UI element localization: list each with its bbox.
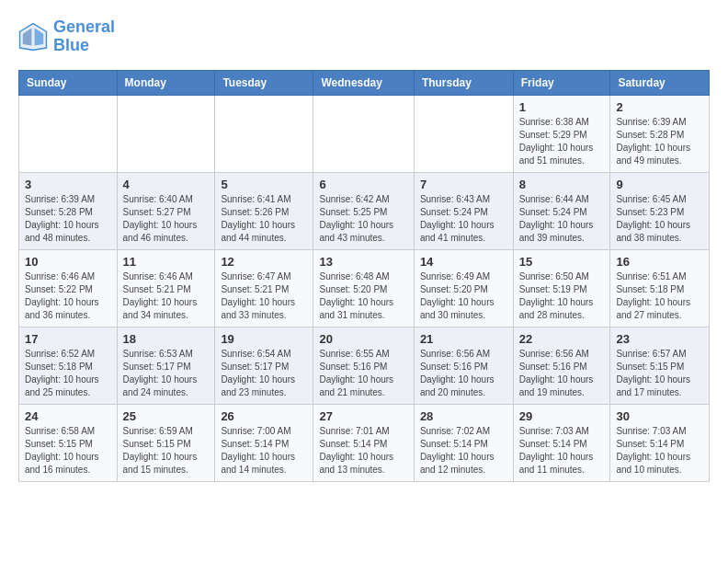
day-info: Sunrise: 6:46 AM Sunset: 5:21 PM Dayligh…: [123, 270, 210, 322]
week-row-3: 10Sunrise: 6:46 AM Sunset: 5:22 PM Dayli…: [19, 249, 710, 327]
day-cell: 30Sunrise: 7:03 AM Sunset: 5:14 PM Dayli…: [610, 404, 710, 481]
day-cell: 14Sunrise: 6:49 AM Sunset: 5:20 PM Dayli…: [414, 249, 513, 327]
weekday-tuesday: Tuesday: [215, 70, 313, 95]
calendar-header: SundayMondayTuesdayWednesdayThursdayFrid…: [19, 70, 710, 95]
day-info: Sunrise: 6:48 AM Sunset: 5:20 PM Dayligh…: [319, 270, 407, 322]
day-info: Sunrise: 6:49 AM Sunset: 5:20 PM Dayligh…: [420, 270, 507, 322]
week-row-1: 1Sunrise: 6:38 AM Sunset: 5:29 PM Daylig…: [19, 95, 710, 172]
day-cell: 11Sunrise: 6:46 AM Sunset: 5:21 PM Dayli…: [117, 249, 215, 327]
day-number: 29: [519, 409, 605, 423]
day-cell: 29Sunrise: 7:03 AM Sunset: 5:14 PM Dayli…: [513, 404, 610, 481]
day-info: Sunrise: 7:03 AM Sunset: 5:14 PM Dayligh…: [616, 425, 703, 477]
day-cell: 27Sunrise: 7:01 AM Sunset: 5:14 PM Dayli…: [313, 404, 414, 481]
day-cell: 8Sunrise: 6:44 AM Sunset: 5:24 PM Daylig…: [513, 172, 610, 249]
day-cell: 4Sunrise: 6:40 AM Sunset: 5:27 PM Daylig…: [117, 172, 215, 249]
day-number: 26: [221, 409, 307, 423]
logo-text: General Blue: [53, 18, 115, 55]
day-info: Sunrise: 6:56 AM Sunset: 5:16 PM Dayligh…: [420, 348, 507, 399]
day-info: Sunrise: 6:54 AM Sunset: 5:17 PM Dayligh…: [221, 348, 307, 399]
day-cell: [414, 95, 513, 172]
day-info: Sunrise: 6:53 AM Sunset: 5:17 PM Dayligh…: [123, 348, 210, 399]
day-info: Sunrise: 6:46 AM Sunset: 5:22 PM Dayligh…: [25, 270, 111, 322]
day-cell: 18Sunrise: 6:53 AM Sunset: 5:17 PM Dayli…: [117, 327, 215, 404]
day-number: 9: [616, 178, 703, 191]
day-number: 5: [221, 178, 307, 191]
day-info: Sunrise: 6:47 AM Sunset: 5:21 PM Dayligh…: [221, 270, 307, 322]
day-cell: [313, 95, 414, 172]
day-cell: 5Sunrise: 6:41 AM Sunset: 5:26 PM Daylig…: [215, 172, 313, 249]
day-cell: 1Sunrise: 6:38 AM Sunset: 5:29 PM Daylig…: [513, 95, 610, 172]
week-row-2: 3Sunrise: 6:39 AM Sunset: 5:28 PM Daylig…: [19, 172, 710, 249]
day-cell: 17Sunrise: 6:52 AM Sunset: 5:18 PM Dayli…: [19, 327, 118, 404]
day-number: 23: [616, 332, 703, 346]
day-number: 10: [25, 255, 111, 269]
day-info: Sunrise: 6:59 AM Sunset: 5:15 PM Dayligh…: [123, 425, 210, 477]
day-info: Sunrise: 6:42 AM Sunset: 5:25 PM Dayligh…: [319, 193, 407, 245]
day-number: 24: [25, 409, 111, 423]
page: General Blue SundayMondayTuesdayWednesda…: [0, 0, 728, 500]
day-info: Sunrise: 6:50 AM Sunset: 5:19 PM Dayligh…: [519, 270, 605, 322]
header: General Blue: [18, 18, 710, 55]
day-info: Sunrise: 6:43 AM Sunset: 5:24 PM Dayligh…: [420, 193, 507, 245]
day-info: Sunrise: 6:56 AM Sunset: 5:16 PM Dayligh…: [519, 348, 605, 399]
day-info: Sunrise: 6:39 AM Sunset: 5:28 PM Dayligh…: [25, 193, 111, 245]
day-number: 6: [319, 178, 407, 191]
day-info: Sunrise: 6:55 AM Sunset: 5:16 PM Dayligh…: [319, 348, 407, 399]
day-cell: 26Sunrise: 7:00 AM Sunset: 5:14 PM Dayli…: [215, 404, 313, 481]
day-cell: 19Sunrise: 6:54 AM Sunset: 5:17 PM Dayli…: [215, 327, 313, 404]
day-number: 20: [319, 332, 407, 346]
day-cell: 12Sunrise: 6:47 AM Sunset: 5:21 PM Dayli…: [215, 249, 313, 327]
day-cell: 24Sunrise: 6:58 AM Sunset: 5:15 PM Dayli…: [19, 404, 118, 481]
day-number: 27: [319, 409, 407, 423]
day-number: 7: [420, 178, 507, 191]
day-number: 12: [221, 255, 307, 269]
week-row-5: 24Sunrise: 6:58 AM Sunset: 5:15 PM Dayli…: [19, 404, 710, 481]
day-info: Sunrise: 7:03 AM Sunset: 5:14 PM Dayligh…: [519, 425, 605, 477]
day-info: Sunrise: 6:57 AM Sunset: 5:15 PM Dayligh…: [616, 348, 703, 399]
day-info: Sunrise: 6:41 AM Sunset: 5:26 PM Dayligh…: [221, 193, 307, 245]
day-number: 1: [519, 100, 605, 114]
weekday-sunday: Sunday: [19, 70, 118, 95]
weekday-wednesday: Wednesday: [313, 70, 414, 95]
day-cell: 7Sunrise: 6:43 AM Sunset: 5:24 PM Daylig…: [414, 172, 513, 249]
day-number: 3: [25, 178, 111, 191]
day-number: 18: [123, 332, 210, 346]
day-number: 2: [616, 100, 703, 114]
day-cell: 13Sunrise: 6:48 AM Sunset: 5:20 PM Dayli…: [313, 249, 414, 327]
day-number: 22: [519, 332, 605, 346]
day-number: 15: [519, 255, 605, 269]
logo-icon: [18, 22, 48, 52]
weekday-monday: Monday: [117, 70, 215, 95]
day-number: 8: [519, 178, 605, 191]
logo: General Blue: [18, 18, 115, 55]
day-number: 28: [420, 409, 507, 423]
day-cell: [215, 95, 313, 172]
weekday-thursday: Thursday: [414, 70, 513, 95]
day-cell: 21Sunrise: 6:56 AM Sunset: 5:16 PM Dayli…: [414, 327, 513, 404]
day-info: Sunrise: 6:38 AM Sunset: 5:29 PM Dayligh…: [519, 116, 605, 167]
day-number: 14: [420, 255, 507, 269]
day-number: 19: [221, 332, 307, 346]
day-info: Sunrise: 6:45 AM Sunset: 5:23 PM Dayligh…: [616, 193, 703, 245]
day-cell: 10Sunrise: 6:46 AM Sunset: 5:22 PM Dayli…: [19, 249, 118, 327]
day-info: Sunrise: 7:01 AM Sunset: 5:14 PM Dayligh…: [319, 425, 407, 477]
day-cell: 9Sunrise: 6:45 AM Sunset: 5:23 PM Daylig…: [610, 172, 710, 249]
day-number: 30: [616, 409, 703, 423]
day-cell: 6Sunrise: 6:42 AM Sunset: 5:25 PM Daylig…: [313, 172, 414, 249]
day-info: Sunrise: 7:00 AM Sunset: 5:14 PM Dayligh…: [221, 425, 307, 477]
weekday-header-row: SundayMondayTuesdayWednesdayThursdayFrid…: [19, 70, 710, 95]
day-number: 4: [123, 178, 210, 191]
day-info: Sunrise: 6:58 AM Sunset: 5:15 PM Dayligh…: [25, 425, 111, 477]
day-number: 11: [123, 255, 210, 269]
day-number: 13: [319, 255, 407, 269]
day-cell: 22Sunrise: 6:56 AM Sunset: 5:16 PM Dayli…: [513, 327, 610, 404]
day-number: 16: [616, 255, 703, 269]
day-cell: 25Sunrise: 6:59 AM Sunset: 5:15 PM Dayli…: [117, 404, 215, 481]
day-cell: 15Sunrise: 6:50 AM Sunset: 5:19 PM Dayli…: [513, 249, 610, 327]
day-cell: 3Sunrise: 6:39 AM Sunset: 5:28 PM Daylig…: [19, 172, 118, 249]
day-cell: 2Sunrise: 6:39 AM Sunset: 5:28 PM Daylig…: [610, 95, 710, 172]
day-info: Sunrise: 6:51 AM Sunset: 5:18 PM Dayligh…: [616, 270, 703, 322]
week-row-4: 17Sunrise: 6:52 AM Sunset: 5:18 PM Dayli…: [19, 327, 710, 404]
calendar-body: 1Sunrise: 6:38 AM Sunset: 5:29 PM Daylig…: [19, 95, 710, 481]
weekday-saturday: Saturday: [610, 70, 710, 95]
